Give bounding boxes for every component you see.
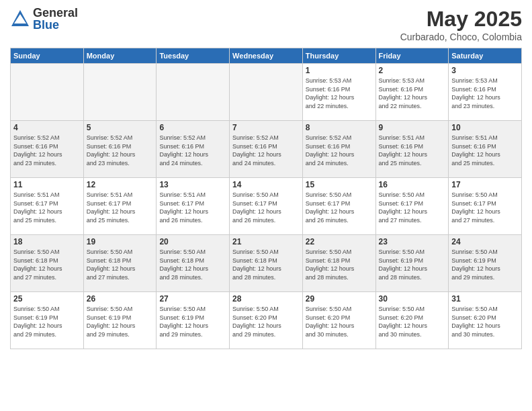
calendar-cell: 27Sunrise: 5:50 AM Sunset: 6:19 PM Dayli… (157, 292, 230, 349)
day-number: 25 (13, 294, 81, 304)
calendar-cell: 5Sunrise: 5:52 AM Sunset: 6:16 PM Daylig… (83, 121, 157, 178)
calendar-cell (230, 64, 303, 121)
calendar-cell: 17Sunrise: 5:50 AM Sunset: 6:17 PM Dayli… (449, 178, 522, 235)
day-header-tuesday: Tuesday (157, 48, 230, 64)
day-info: Sunrise: 5:50 AM Sunset: 6:18 PM Dayligh… (306, 248, 373, 281)
calendar-week-4: 18Sunrise: 5:50 AM Sunset: 6:18 PM Dayli… (11, 235, 522, 292)
day-info: Sunrise: 5:50 AM Sunset: 6:17 PM Dayligh… (232, 191, 300, 224)
day-number: 19 (87, 237, 154, 246)
day-info: Sunrise: 5:50 AM Sunset: 6:20 PM Dayligh… (232, 305, 300, 338)
calendar-cell: 13Sunrise: 5:51 AM Sunset: 6:17 PM Dayli… (157, 178, 230, 235)
calendar-week-1: 1Sunrise: 5:53 AM Sunset: 6:16 PM Daylig… (11, 64, 522, 121)
day-info: Sunrise: 5:50 AM Sunset: 6:19 PM Dayligh… (87, 305, 154, 338)
day-info: Sunrise: 5:50 AM Sunset: 6:19 PM Dayligh… (159, 305, 226, 338)
calendar-week-2: 4Sunrise: 5:52 AM Sunset: 6:16 PM Daylig… (11, 121, 522, 178)
day-info: Sunrise: 5:51 AM Sunset: 6:16 PM Dayligh… (451, 134, 519, 167)
day-info: Sunrise: 5:50 AM Sunset: 6:19 PM Dayligh… (451, 248, 519, 281)
calendar-week-5: 25Sunrise: 5:50 AM Sunset: 6:19 PM Dayli… (11, 292, 522, 349)
calendar-cell: 31Sunrise: 5:50 AM Sunset: 6:20 PM Dayli… (449, 292, 522, 349)
day-number: 3 (451, 66, 519, 75)
day-number: 28 (232, 294, 300, 304)
day-number: 20 (159, 237, 226, 246)
day-number: 24 (451, 237, 519, 246)
day-header-monday: Monday (83, 48, 157, 64)
day-info: Sunrise: 5:51 AM Sunset: 6:17 PM Dayligh… (159, 191, 226, 224)
location: Curbarado, Choco, Colombia (400, 32, 522, 42)
calendar-cell: 24Sunrise: 5:50 AM Sunset: 6:19 PM Dayli… (449, 235, 522, 292)
calendar-cell (83, 64, 157, 121)
logo-general-text: General (33, 7, 78, 19)
calendar-cell: 4Sunrise: 5:52 AM Sunset: 6:16 PM Daylig… (11, 121, 84, 178)
day-info: Sunrise: 5:53 AM Sunset: 6:16 PM Dayligh… (451, 77, 519, 110)
calendar-cell: 30Sunrise: 5:50 AM Sunset: 6:20 PM Dayli… (375, 292, 449, 349)
day-info: Sunrise: 5:53 AM Sunset: 6:16 PM Dayligh… (379, 77, 446, 110)
day-info: Sunrise: 5:50 AM Sunset: 6:17 PM Dayligh… (306, 191, 373, 224)
logo-blue-text: Blue (33, 19, 78, 31)
day-header-wednesday: Wednesday (230, 48, 303, 64)
calendar-cell: 2Sunrise: 5:53 AM Sunset: 6:16 PM Daylig… (375, 64, 449, 121)
day-info: Sunrise: 5:50 AM Sunset: 6:18 PM Dayligh… (159, 248, 226, 281)
calendar-cell: 15Sunrise: 5:50 AM Sunset: 6:17 PM Dayli… (302, 178, 375, 235)
calendar-cell (157, 64, 230, 121)
calendar-cell: 20Sunrise: 5:50 AM Sunset: 6:18 PM Dayli… (157, 235, 230, 292)
day-header-saturday: Saturday (449, 48, 522, 64)
day-info: Sunrise: 5:50 AM Sunset: 6:20 PM Dayligh… (306, 305, 373, 338)
calendar-cell: 25Sunrise: 5:50 AM Sunset: 6:19 PM Dayli… (11, 292, 84, 349)
day-info: Sunrise: 5:52 AM Sunset: 6:16 PM Dayligh… (232, 134, 300, 167)
day-number: 1 (306, 66, 373, 75)
calendar-cell: 19Sunrise: 5:50 AM Sunset: 6:18 PM Dayli… (83, 235, 157, 292)
day-number: 18 (13, 237, 81, 246)
day-info: Sunrise: 5:52 AM Sunset: 6:16 PM Dayligh… (159, 134, 226, 167)
calendar-cell: 12Sunrise: 5:51 AM Sunset: 6:17 PM Dayli… (83, 178, 157, 235)
calendar-cell: 21Sunrise: 5:50 AM Sunset: 6:18 PM Dayli… (230, 235, 303, 292)
logo-icon (10, 9, 30, 29)
logo-text: General Blue (33, 7, 78, 31)
day-info: Sunrise: 5:50 AM Sunset: 6:18 PM Dayligh… (232, 248, 300, 281)
day-number: 30 (379, 294, 446, 304)
day-header-friday: Friday (375, 48, 449, 64)
day-info: Sunrise: 5:51 AM Sunset: 6:17 PM Dayligh… (87, 191, 154, 224)
day-number: 23 (379, 237, 446, 246)
day-number: 4 (13, 123, 81, 132)
day-info: Sunrise: 5:50 AM Sunset: 6:19 PM Dayligh… (379, 248, 446, 281)
day-number: 29 (306, 294, 373, 304)
calendar-cell: 6Sunrise: 5:52 AM Sunset: 6:16 PM Daylig… (157, 121, 230, 178)
calendar-cell: 1Sunrise: 5:53 AM Sunset: 6:16 PM Daylig… (302, 64, 375, 121)
calendar-week-3: 11Sunrise: 5:51 AM Sunset: 6:17 PM Dayli… (11, 178, 522, 235)
calendar-cell: 23Sunrise: 5:50 AM Sunset: 6:19 PM Dayli… (375, 235, 449, 292)
calendar-cell: 10Sunrise: 5:51 AM Sunset: 6:16 PM Dayli… (449, 121, 522, 178)
day-info: Sunrise: 5:52 AM Sunset: 6:16 PM Dayligh… (13, 134, 81, 167)
calendar-cell: 28Sunrise: 5:50 AM Sunset: 6:20 PM Dayli… (230, 292, 303, 349)
calendar-cell: 14Sunrise: 5:50 AM Sunset: 6:17 PM Dayli… (230, 178, 303, 235)
day-number: 27 (159, 294, 226, 304)
day-info: Sunrise: 5:52 AM Sunset: 6:16 PM Dayligh… (306, 134, 373, 167)
calendar-cell: 7Sunrise: 5:52 AM Sunset: 6:16 PM Daylig… (230, 121, 303, 178)
day-info: Sunrise: 5:53 AM Sunset: 6:16 PM Dayligh… (306, 77, 373, 110)
calendar: SundayMondayTuesdayWednesdayThursdayFrid… (10, 48, 522, 349)
logo: General Blue (10, 7, 78, 31)
calendar-cell: 29Sunrise: 5:50 AM Sunset: 6:20 PM Dayli… (302, 292, 375, 349)
day-info: Sunrise: 5:50 AM Sunset: 6:20 PM Dayligh… (379, 305, 446, 338)
day-number: 15 (306, 180, 373, 189)
day-number: 14 (232, 180, 300, 189)
header: General Blue May 2025 Curbarado, Choco, … (10, 7, 522, 42)
day-info: Sunrise: 5:50 AM Sunset: 6:18 PM Dayligh… (13, 248, 81, 281)
calendar-cell: 16Sunrise: 5:50 AM Sunset: 6:17 PM Dayli… (375, 178, 449, 235)
calendar-cell: 3Sunrise: 5:53 AM Sunset: 6:16 PM Daylig… (449, 64, 522, 121)
page: General Blue May 2025 Curbarado, Choco, … (0, 0, 532, 411)
day-number: 9 (379, 123, 446, 132)
day-info: Sunrise: 5:50 AM Sunset: 6:18 PM Dayligh… (87, 248, 154, 281)
calendar-cell: 8Sunrise: 5:52 AM Sunset: 6:16 PM Daylig… (302, 121, 375, 178)
title-block: May 2025 Curbarado, Choco, Colombia (400, 7, 522, 42)
day-info: Sunrise: 5:50 AM Sunset: 6:17 PM Dayligh… (379, 191, 446, 224)
calendar-cell: 9Sunrise: 5:51 AM Sunset: 6:16 PM Daylig… (375, 121, 449, 178)
day-number: 13 (159, 180, 226, 189)
day-number: 2 (379, 66, 446, 75)
day-number: 6 (159, 123, 226, 132)
day-info: Sunrise: 5:50 AM Sunset: 6:19 PM Dayligh… (13, 305, 81, 338)
day-number: 16 (379, 180, 446, 189)
calendar-cell (11, 64, 84, 121)
day-number: 11 (13, 180, 81, 189)
day-header-sunday: Sunday (11, 48, 84, 64)
day-info: Sunrise: 5:50 AM Sunset: 6:20 PM Dayligh… (451, 305, 519, 338)
